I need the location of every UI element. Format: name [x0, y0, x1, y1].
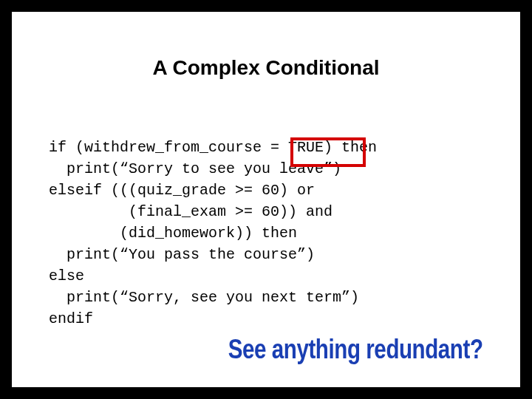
- code-line: print(“You pass the course”): [49, 246, 315, 263]
- callout-text: See anything redundant?: [228, 334, 483, 365]
- code-line: elseif (((quiz_grade >= 60) or: [49, 182, 315, 199]
- code-line: (did_homework)) then: [49, 225, 297, 242]
- code-line: endif: [49, 310, 93, 327]
- code-line: print(“Sorry, see you next term”): [49, 289, 359, 306]
- code-line: else: [49, 267, 84, 284]
- code-block: if (withdrew_from_course = TRUE) then pr…: [49, 115, 483, 351]
- slide: A Complex Conditional if (withdrew_from_…: [10, 10, 522, 389]
- code-line: (final_exam >= 60)) and: [49, 203, 332, 220]
- slide-title: A Complex Conditional: [49, 56, 483, 80]
- code-line: print(“Sorry to see you leave”): [49, 160, 341, 177]
- code-line: if (withdrew_from_course = TRUE) then: [49, 139, 377, 156]
